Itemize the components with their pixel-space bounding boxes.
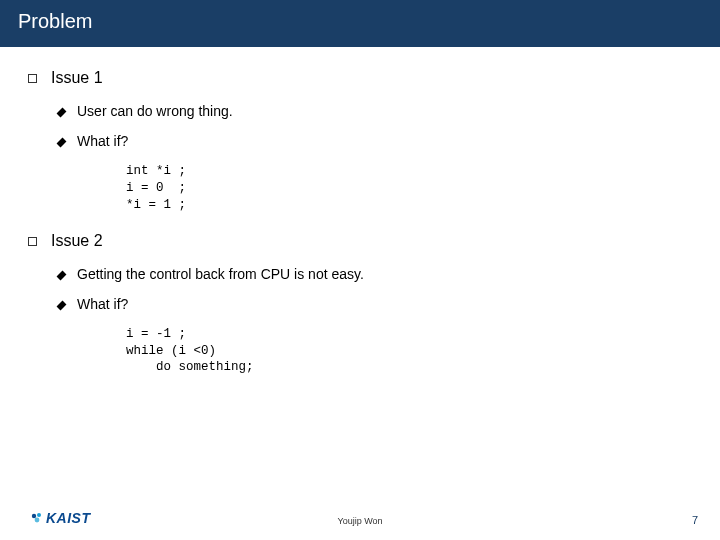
footer-author: Youjip Won [0, 516, 720, 526]
issue-1-label: Issue 1 [51, 69, 103, 87]
bullet-item: Getting the control back from CPU is not… [58, 266, 692, 282]
diamond-bullet-icon [57, 138, 67, 148]
title-text: Problem [18, 10, 92, 32]
page-number: 7 [692, 514, 698, 526]
bullet-item: What if? [58, 296, 692, 312]
issue-heading: Issue 2 [28, 232, 692, 250]
diamond-bullet-icon [57, 270, 67, 280]
square-bullet-icon [28, 74, 37, 83]
slide-title: Problem [0, 0, 720, 47]
bullet-item: What if? [58, 133, 692, 149]
issue-1-point-1: User can do wrong thing. [77, 103, 233, 119]
issue-2-point-1: Getting the control back from CPU is not… [77, 266, 364, 282]
code-snippet: int *i ; i = 0 ; *i = 1 ; [126, 163, 692, 214]
issue-2-label: Issue 2 [51, 232, 103, 250]
slide-footer: KAIST Youjip Won 7 [0, 498, 720, 540]
issue-2-point-2: What if? [77, 296, 128, 312]
diamond-bullet-icon [57, 108, 67, 118]
issue-1-point-2: What if? [77, 133, 128, 149]
issue-heading: Issue 1 [28, 69, 692, 87]
diamond-bullet-icon [57, 300, 67, 310]
slide-content: Issue 1 User can do wrong thing. What if… [0, 47, 720, 376]
square-bullet-icon [28, 237, 37, 246]
bullet-item: User can do wrong thing. [58, 103, 692, 119]
code-snippet: i = -1 ; while (i <0) do something; [126, 326, 692, 377]
